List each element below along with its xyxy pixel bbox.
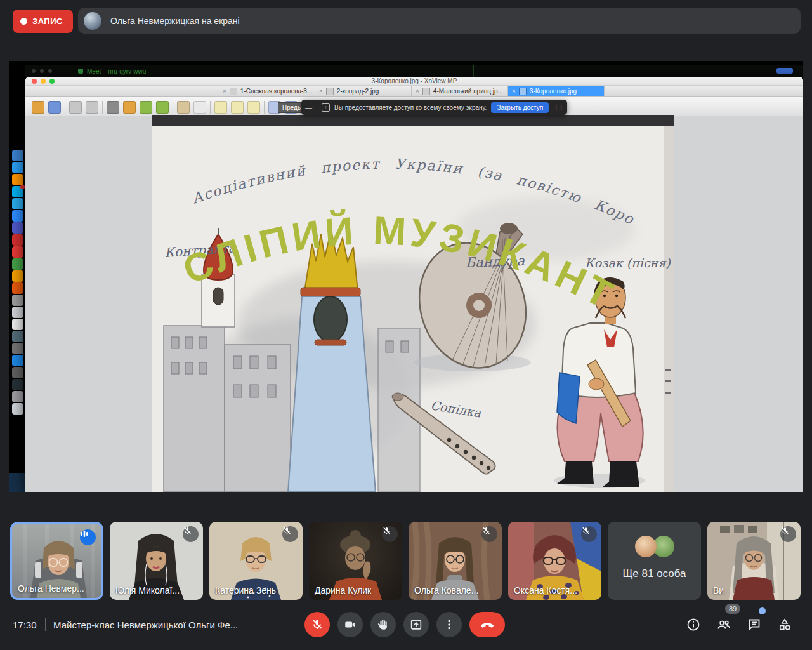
- xnview-tab: × 1-Снежная королева-3...: [219, 86, 315, 96]
- meeting-title: Майстер-клас Невмержицької Ольги Фе...: [53, 620, 238, 630]
- more-participants-label: Ще 81 особа: [608, 567, 701, 580]
- adjust-colors-icon: [177, 101, 190, 114]
- mic-off-icon: [311, 618, 324, 631]
- screen-share-notice: — ↑ Вы предоставляете доступ ко всему св…: [301, 100, 567, 115]
- undo-icon: [69, 101, 82, 114]
- mic-muted-icon: [282, 526, 298, 542]
- xnview-tabbar: × 1-Снежная королева-3... × 2-конрад-2.j…: [25, 86, 803, 97]
- meeting-details-button[interactable]: [686, 617, 701, 632]
- rotate-left-icon: [140, 101, 152, 114]
- participant-tile[interactable]: Юлія Миколаї...: [110, 522, 203, 600]
- chat-notification-dot: [759, 607, 766, 614]
- browser-tab-divider: [473, 65, 474, 77]
- tab-label: 4-Маленький принц.jp...: [433, 88, 503, 95]
- zoom-in-icon: [214, 101, 227, 114]
- tab-thumbnail-icon: [326, 88, 334, 95]
- gear-app-icon: [12, 282, 23, 294]
- google-meet-window: ЗАПИС Ольга Невмержицкая на екрані: [0, 0, 812, 650]
- divider: [45, 618, 46, 631]
- macos-dock: [10, 150, 26, 415]
- activities-icon: [777, 617, 792, 632]
- red-app-icon: [12, 246, 23, 258]
- presenting-banner[interactable]: Ольга Невмержицкая на екрані: [78, 8, 801, 34]
- mic-muted-icon: [581, 526, 597, 542]
- tab-close-icon: ×: [512, 88, 516, 95]
- people-icon: [716, 617, 731, 632]
- browse-icon: [32, 101, 44, 114]
- finder-icon: [12, 150, 23, 161]
- crop-icon: [107, 101, 119, 114]
- participant-tile[interactable]: Катерина Зень: [209, 522, 303, 600]
- clock-time: 17:30: [13, 620, 37, 630]
- more-participants-tile[interactable]: Ще 81 особа: [608, 522, 701, 600]
- participant-name: Катерина Зень: [215, 585, 276, 595]
- tab-label: 3-Короленко.jpg: [530, 88, 577, 95]
- tab-close-icon: ×: [223, 88, 226, 95]
- more-vertical-icon: [442, 618, 456, 632]
- acrobat-icon: [12, 234, 23, 246]
- resize-icon: [123, 101, 136, 114]
- self-view-tile[interactable]: Ви: [707, 522, 801, 600]
- mic-muted-icon: [481, 526, 497, 542]
- teams-icon: [12, 222, 23, 234]
- participant-name: Дарина Кулик: [315, 585, 371, 595]
- folder-icon: [12, 295, 23, 306]
- present-screen-button[interactable]: [403, 612, 429, 637]
- photo-app-icon: [12, 331, 23, 342]
- participant-tile[interactable]: Ольга Невмер...: [10, 522, 103, 600]
- notice-text: Вы предоставляете доступ ко всему своему…: [334, 104, 487, 111]
- participant-name: Ви: [713, 585, 724, 595]
- end-call-icon: [480, 617, 495, 632]
- participant-name: Юлія Миколаї...: [115, 585, 180, 595]
- preview-icon: [12, 307, 23, 318]
- hand-icon: [376, 618, 390, 632]
- participant-tile[interactable]: Ольга Ковале...: [409, 522, 502, 600]
- browser-icon: [12, 162, 23, 173]
- shared-screen-video: Meet – nru-qyrv-wwu 3-Короленко.jpg - Xn…: [9, 61, 803, 492]
- participants-count-badge: 89: [725, 604, 740, 614]
- show-participants-button[interactable]: [716, 617, 731, 632]
- save-icon: [48, 101, 61, 114]
- chat-button[interactable]: [747, 617, 762, 632]
- microphone-toggle-button[interactable]: [304, 612, 330, 637]
- recording-indicator-button[interactable]: ЗАПИС: [13, 10, 73, 33]
- leave-call-button[interactable]: [469, 612, 505, 637]
- activities-button[interactable]: [777, 617, 792, 632]
- settings-icon: [12, 367, 23, 378]
- overflow-avatars: [608, 536, 701, 557]
- tab-thumbnail-icon: [422, 88, 430, 95]
- printer-icon: [12, 391, 23, 402]
- recording-label: ЗАПИС: [32, 17, 63, 26]
- launchpad-icon: [12, 343, 23, 354]
- xnview-tab: × 4-Маленький принц.jp...: [412, 86, 508, 96]
- more-options-button[interactable]: [436, 612, 462, 637]
- participant-name: Ольга Ковале...: [414, 585, 478, 595]
- xnview-tab-active: × 3-Короленко.jpg: [508, 86, 605, 96]
- browser-blue-button: [776, 68, 793, 74]
- chat-icon: [747, 617, 762, 632]
- notice-minimize-icon: —: [305, 103, 312, 111]
- zoom-out-icon: [247, 101, 260, 114]
- browser-traffic-lights: [32, 69, 52, 73]
- info-icon: [686, 617, 701, 632]
- zoom-100-icon: [231, 101, 244, 114]
- trash-icon: [12, 403, 23, 415]
- camera-toggle-button[interactable]: [337, 612, 363, 637]
- rotate-right-icon: [156, 101, 169, 114]
- participant-tile[interactable]: Оксана Костя...: [508, 522, 601, 600]
- green-app-icon: [12, 258, 23, 270]
- xnview-image-viewer: Асоціативний проект України (за повістю …: [25, 116, 803, 492]
- zoom-icon: [12, 210, 23, 222]
- orange-app-icon: [12, 270, 23, 282]
- participant-tile[interactable]: Дарина Кулик: [309, 522, 402, 600]
- tab-thumbnail-icon: [519, 88, 527, 95]
- xnview-titlebar: 3-Короленко.jpg - XnView MP: [25, 77, 803, 86]
- browser-tab-title: Meet – nru-qyrv-wwu: [87, 68, 146, 75]
- terminal-icon: [12, 379, 23, 390]
- raise-hand-button[interactable]: [370, 612, 396, 637]
- xnview-window: 3-Короленко.jpg - XnView MP × 1-Снежная …: [25, 77, 803, 492]
- tab-label: 2-конрад-2.jpg: [337, 88, 379, 95]
- tab-close-icon: ×: [416, 88, 419, 95]
- tab-thumbnail-icon: [230, 88, 237, 95]
- xnview-tab: × 2-конрад-2.jpg: [315, 86, 412, 96]
